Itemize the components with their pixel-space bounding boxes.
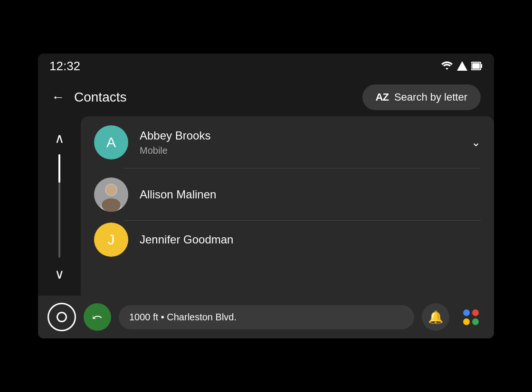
scroll-up-button[interactable]: ∧ (47, 126, 72, 150)
bottom-nav: ⤺ 1000 ft • Charleston Blvd. 🔔 (38, 296, 494, 338)
contact-name: Jennifer Goodman (140, 233, 481, 246)
bell-icon: 🔔 (428, 310, 443, 325)
az-icon: AZ (376, 91, 389, 103)
avatar-photo (94, 177, 128, 212)
scroll-down-button[interactable]: ∨ (47, 261, 72, 286)
direction-info[interactable]: 1000 ft • Charleston Blvd. (119, 305, 414, 329)
dot-yellow (463, 318, 470, 325)
direction-text: 1000 ft • Charleston Blvd. (129, 312, 237, 323)
battery-icon (471, 61, 483, 71)
search-by-letter-label: Search by letter (394, 91, 467, 103)
navigation-button[interactable]: ⤺ (84, 303, 111, 331)
status-icons (441, 61, 483, 71)
status-bar: 12:32 (38, 54, 494, 78)
svg-point-7 (106, 185, 116, 195)
dot-blue (463, 309, 470, 316)
contact-name: Abbey Brooks (140, 129, 471, 142)
notification-button[interactable]: 🔔 (422, 303, 449, 331)
main-content: ∧ ∨ A Abbey Brooks Mobile ⌄ (38, 116, 494, 296)
avatar: J (94, 223, 128, 257)
signal-icon (457, 61, 467, 71)
svg-rect-2 (481, 64, 482, 68)
contact-sub: Mobile (140, 145, 471, 156)
contact-item[interactable]: J Jennifer Goodman (81, 221, 494, 259)
home-button[interactable] (48, 303, 76, 331)
turn-icon: ⤺ (92, 310, 103, 325)
back-button[interactable]: ← (51, 90, 65, 105)
contact-name: Allison Malinen (140, 188, 481, 201)
scroll-thumb (58, 154, 60, 183)
avatar (94, 177, 128, 212)
dot-green (472, 318, 479, 325)
svg-marker-0 (457, 61, 467, 71)
contact-info: Jennifer Goodman (128, 233, 481, 246)
page-title: Contacts (74, 90, 127, 105)
contact-info: Abbey Brooks Mobile (128, 129, 471, 156)
main-screen: 12:32 (38, 54, 494, 338)
wifi-icon (441, 61, 453, 71)
dot-red (472, 309, 479, 316)
home-icon (57, 312, 67, 322)
header: ← Contacts AZ Search by letter (38, 78, 494, 116)
svg-rect-3 (472, 63, 480, 69)
scroll-track (58, 154, 60, 258)
contact-list: A Abbey Brooks Mobile ⌄ (81, 116, 494, 296)
contact-info: Allison Malinen (128, 188, 481, 201)
contact-item[interactable]: A Abbey Brooks Mobile ⌄ (81, 116, 494, 168)
contact-item[interactable]: Allison Malinen (81, 168, 494, 221)
google-dots-grid (463, 309, 479, 325)
scroll-controls: ∧ ∨ (38, 116, 81, 296)
status-time: 12:32 (49, 59, 80, 74)
chevron-down-icon: ⌄ (471, 136, 481, 149)
svg-point-8 (102, 198, 121, 212)
search-by-letter-button[interactable]: AZ Search by letter (362, 84, 481, 110)
google-assistant-button[interactable] (457, 303, 484, 331)
header-left: ← Contacts (51, 90, 127, 105)
avatar: A (94, 125, 128, 159)
